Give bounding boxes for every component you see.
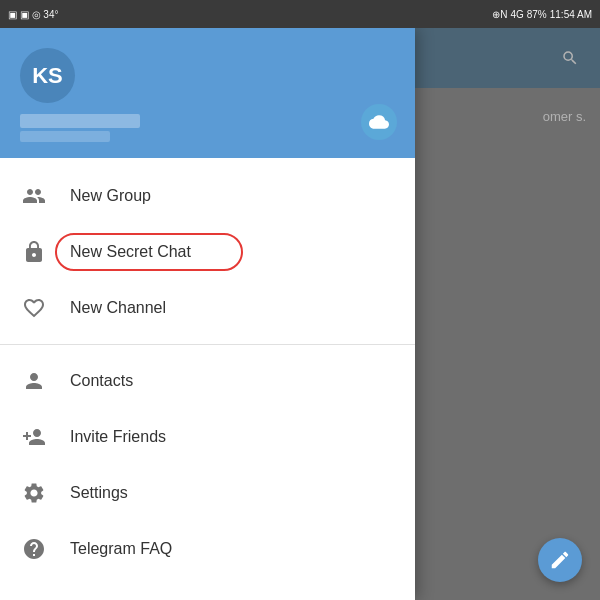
menu-divider-1: [0, 344, 415, 345]
menu-item-contacts[interactable]: Contacts: [0, 353, 415, 409]
dim-overlay: [415, 28, 600, 600]
cloud-icon[interactable]: [361, 104, 397, 140]
network-icon: 4G: [510, 9, 523, 20]
new-group-icon: [20, 182, 48, 210]
user-info: [20, 114, 395, 142]
new-secret-chat-icon: [20, 238, 48, 266]
menu-item-new-secret-chat[interactable]: New Secret Chat: [0, 224, 415, 280]
clock: 11:54 AM: [550, 9, 592, 20]
settings-icon: [20, 479, 48, 507]
status-left-icons: ▣ ▣ ◎ 34°: [8, 9, 58, 20]
username: [20, 114, 140, 128]
status-right: ⊕N 4G 87% 11:54 AM: [492, 9, 592, 20]
avatar: KS: [20, 48, 75, 103]
menu-item-telegram-faq[interactable]: Telegram FAQ: [0, 521, 415, 577]
new-secret-chat-label: New Secret Chat: [70, 243, 191, 261]
new-channel-label: New Channel: [70, 299, 166, 317]
new-group-label: New Group: [70, 187, 151, 205]
menu-item-new-group[interactable]: New Group: [0, 168, 415, 224]
menu-item-new-channel[interactable]: New Channel: [0, 280, 415, 336]
status-left: ▣ ▣ ◎ 34°: [8, 9, 58, 20]
app-container: omer s. KS: [0, 28, 600, 600]
settings-label: Settings: [70, 484, 128, 502]
telegram-faq-icon: [20, 535, 48, 563]
contacts-label: Contacts: [70, 372, 133, 390]
menu-item-settings[interactable]: Settings: [0, 465, 415, 521]
phone: [20, 131, 110, 142]
contacts-icon: [20, 367, 48, 395]
navigation-drawer: KS New Group: [0, 28, 415, 600]
bluetooth-icon: ⊕N: [492, 9, 507, 20]
compose-fab-button[interactable]: [538, 538, 582, 582]
battery-text: 87%: [527, 9, 547, 20]
menu-item-invite-friends[interactable]: Invite Friends: [0, 409, 415, 465]
drawer-menu: New Group New Secret Chat: [0, 158, 415, 600]
avatar-initials: KS: [32, 63, 63, 89]
invite-friends-icon: [20, 423, 48, 451]
status-bar: ▣ ▣ ◎ 34° ⊕N 4G 87% 11:54 AM: [0, 0, 600, 28]
drawer-header: KS: [0, 28, 415, 158]
invite-friends-label: Invite Friends: [70, 428, 166, 446]
new-channel-icon: [20, 294, 48, 322]
telegram-faq-label: Telegram FAQ: [70, 540, 172, 558]
